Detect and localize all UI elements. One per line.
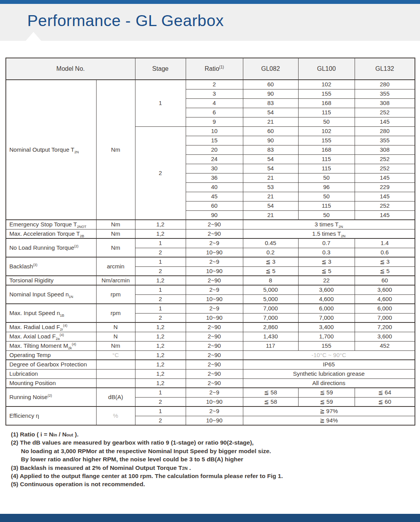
mounting-position-stage: 1,2 bbox=[135, 378, 186, 388]
backlash-value-gl100: ≦ 3 bbox=[298, 257, 355, 266]
backlash-label: Backlash(3) bbox=[6, 257, 96, 276]
max-axial-load-label: Max. Axial Load F2a(4) bbox=[6, 332, 96, 341]
backlash-value-gl132: ≦ 5 bbox=[355, 266, 415, 276]
running-noise-value-gl132: ≦ 60 bbox=[355, 397, 415, 406]
max-radial-load-value-gl082: 2,860 bbox=[243, 322, 298, 332]
torsional-rigidity-value-gl082: 8 bbox=[243, 276, 298, 285]
max-input-speed-value-gl132: 7,000 bbox=[355, 313, 415, 322]
backlash-stage: 2 bbox=[135, 266, 186, 276]
nominal-output-torque-value-gl132: 308 bbox=[355, 145, 415, 154]
nominal-output-torque-ratio: 30 bbox=[186, 164, 243, 173]
nominal-output-torque-value-gl100: 50 bbox=[298, 117, 355, 126]
torsional-rigidity-unit: Nm/arcmin bbox=[96, 276, 135, 285]
efficiency-stage: 2 bbox=[135, 416, 186, 425]
backlash-value-gl082: ≦ 5 bbox=[243, 266, 298, 276]
efficiency-row: Efficiency η%12~9≧ 97% bbox=[6, 406, 415, 416]
backlash-stage: 1 bbox=[135, 257, 186, 266]
gearbox-protection-label: Degree of Gearbox Protection bbox=[6, 360, 96, 369]
nominal-input-speed-value-gl100: 3,600 bbox=[298, 285, 355, 294]
max-tilting-moment-stage: 1,2 bbox=[135, 341, 186, 350]
max-axial-load-stage: 1,2 bbox=[135, 332, 186, 341]
gearbox-protection-value: IP65 bbox=[243, 360, 415, 369]
nominal-output-torque-value-gl082: 21 bbox=[243, 173, 298, 182]
nominal-output-torque-ratio: 20 bbox=[186, 145, 243, 154]
top-accent-bar bbox=[0, 0, 420, 4]
max-radial-load-value-gl100: 3,400 bbox=[298, 322, 355, 332]
max-input-speed-label: Max. Input Speed n1B bbox=[6, 304, 96, 322]
efficiency-ratio: 10~90 bbox=[186, 416, 243, 425]
nominal-output-torque-value-gl132: 252 bbox=[355, 201, 415, 210]
nominal-output-torque-value-gl100: 115 bbox=[298, 108, 355, 117]
nominal-output-torque-value-gl082: 21 bbox=[243, 210, 298, 220]
running-noise-value-gl100: ≦ 59 bbox=[298, 397, 355, 406]
torsional-rigidity-label: Torsional Rigidity bbox=[6, 276, 96, 285]
nominal-output-torque-value-gl132: 145 bbox=[355, 210, 415, 220]
nominal-output-torque-value-gl082: 83 bbox=[243, 98, 298, 108]
backlash-ratio: 2~9 bbox=[186, 257, 243, 266]
no-load-running-torque-value-gl132: 0.6 bbox=[355, 248, 415, 257]
torsional-rigidity-value-gl100: 22 bbox=[298, 276, 355, 285]
nominal-output-torque-stage: 2 bbox=[135, 126, 186, 220]
efficiency-stage: 1 bbox=[135, 406, 186, 416]
max-axial-load-unit: N bbox=[96, 332, 135, 341]
col-header-ratio-footnote-ref: (1) bbox=[219, 65, 224, 69]
torsional-rigidity-value-gl132: 60 bbox=[355, 276, 415, 285]
nominal-output-torque-value-gl082: 21 bbox=[243, 192, 298, 201]
nominal-input-speed-value-gl132: 4,600 bbox=[355, 294, 415, 304]
col-header-gl132: GL132 bbox=[355, 58, 415, 80]
lubrication-label: Lubrication bbox=[6, 369, 96, 378]
mounting-position-label: Mounting Position bbox=[6, 378, 96, 388]
col-header-stage: Stage bbox=[135, 58, 186, 80]
footnote-line: (2) The dB values are measured by gearbo… bbox=[11, 438, 409, 447]
nominal-output-torque-ratio: 10 bbox=[186, 126, 243, 136]
mounting-position-row: Mounting Position1,22~90All directions bbox=[6, 378, 415, 388]
nominal-output-torque-row: Nominal Output Torque T2NNm1260102280 bbox=[6, 80, 415, 89]
efficiency-ratio: 2~9 bbox=[186, 406, 243, 416]
max-acceleration-torque-ratio: 2~90 bbox=[186, 229, 243, 238]
max-acceleration-torque-stage: 1,2 bbox=[135, 229, 186, 238]
lubrication-stage: 1,2 bbox=[135, 369, 186, 378]
nominal-input-speed-value-gl082: 5,000 bbox=[243, 294, 298, 304]
nominal-output-torque-ratio: 9 bbox=[186, 117, 243, 126]
nominal-output-torque-ratio: 60 bbox=[186, 201, 243, 210]
max-axial-load-ratio: 2~90 bbox=[186, 332, 243, 341]
nominal-output-torque-value-gl100: 115 bbox=[298, 201, 355, 210]
nominal-output-torque-value-gl082: 53 bbox=[243, 182, 298, 192]
footnote-line: No loading at 3,000 RPMor at the respect… bbox=[11, 447, 409, 455]
page-title: Performance - GL Gearbox bbox=[0, 4, 420, 30]
efficiency-value: ≧ 97% bbox=[243, 406, 415, 416]
nominal-output-torque-value-gl100: 102 bbox=[298, 126, 355, 136]
nominal-input-speed-value-gl082: 5,000 bbox=[243, 285, 298, 294]
nominal-output-torque-value-gl082: 83 bbox=[243, 145, 298, 154]
max-acceleration-torque-value: 1.5 times T2N bbox=[243, 229, 415, 238]
no-load-running-torque-value-gl100: 0.7 bbox=[298, 238, 355, 248]
lubrication-value: Synthetic lubrication grease bbox=[243, 369, 415, 378]
max-input-speed-value-gl100: 6,000 bbox=[298, 304, 355, 313]
nominal-output-torque-value-gl100: 50 bbox=[298, 192, 355, 201]
emergency-stop-torque-unit: Nm bbox=[96, 220, 135, 229]
col-header-model-no: Model No. bbox=[6, 58, 135, 80]
operating-temp-row: Operating Temp°C1,22~90-10°C ~ 90°C bbox=[6, 350, 415, 360]
no-load-running-torque-ratio: 2~9 bbox=[186, 238, 243, 248]
nominal-output-torque-ratio: 2 bbox=[186, 80, 243, 89]
max-radial-load-ratio: 2~90 bbox=[186, 322, 243, 332]
nominal-output-torque-value-gl100: 115 bbox=[298, 154, 355, 164]
max-input-speed-value-gl082: 7,000 bbox=[243, 313, 298, 322]
nominal-output-torque-ratio: 45 bbox=[186, 192, 243, 201]
max-axial-load-row: Max. Axial Load F2a(4)N1,22~901,4301,700… bbox=[6, 332, 415, 341]
max-input-speed-value-gl082: 7,000 bbox=[243, 304, 298, 313]
running-noise-value-gl082: ≦ 58 bbox=[243, 388, 298, 397]
operating-temp-value: -10°C ~ 90°C bbox=[243, 350, 415, 360]
emergency-stop-torque-row: Emergency Stop Torque T2NOTNm1,22~903 ti… bbox=[6, 220, 415, 229]
backlash-unit: arcmin bbox=[96, 257, 135, 276]
nominal-output-torque-value-gl100: 102 bbox=[298, 80, 355, 89]
no-load-running-torque-value-gl132: 1.4 bbox=[355, 238, 415, 248]
mounting-position-ratio: 2~90 bbox=[186, 378, 243, 388]
footnote-line: (4) Applied to the output flange center … bbox=[11, 472, 409, 480]
efficiency-value: ≧ 94% bbox=[243, 416, 415, 425]
no-load-running-torque-value-gl100: 0.3 bbox=[298, 248, 355, 257]
lubrication-row: Lubrication1,22~90Synthetic lubrication … bbox=[6, 369, 415, 378]
running-noise-value-gl082: ≦ 58 bbox=[243, 397, 298, 406]
max-radial-load-value-gl132: 7,200 bbox=[355, 322, 415, 332]
gearbox-protection-row: Degree of Gearbox Protection1,22~90IP65 bbox=[6, 360, 415, 369]
